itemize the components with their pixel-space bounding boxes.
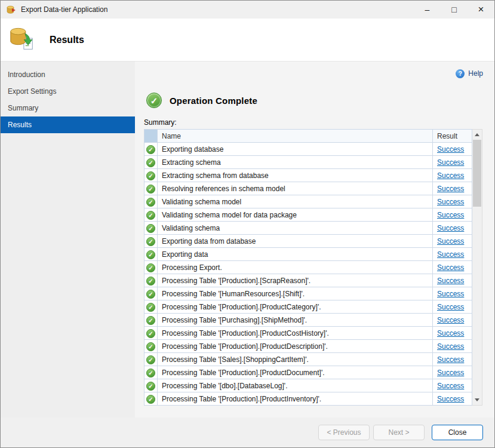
table-row[interactable]: Exporting dataSuccess [144,248,472,261]
result-link[interactable]: Success [437,250,464,259]
table-row[interactable]: Processing Table '[Purchasing].[ShipMeth… [144,314,472,327]
table-row[interactable]: Processing Export.Success [144,261,472,274]
result-link[interactable]: Success [437,290,464,298]
success-check-icon [146,277,155,286]
table-row[interactable]: Validating schema modelSuccess [144,195,472,208]
name-column-header[interactable]: Name [158,130,433,143]
result-link[interactable]: Success [437,382,464,390]
result-link[interactable]: Success [437,237,464,246]
row-result-cell: Success [433,274,472,287]
result-link[interactable]: Success [437,211,464,219]
table-row[interactable]: Processing Table '[Production].[ProductC… [144,300,472,314]
row-result-cell: Success [433,156,472,169]
row-icon-cell [144,379,158,392]
operation-status-title: Operation Complete [170,96,257,106]
result-link[interactable]: Success [437,198,464,206]
success-check-icon [146,355,155,364]
success-check-icon [146,369,155,378]
scrollbar-track[interactable] [472,140,482,395]
wizard-banner: Results [1,19,494,62]
row-icon-cell [144,208,158,222]
previous-button[interactable]: < Previous [318,425,370,440]
table-row[interactable]: Processing Table '[Production].[ProductC… [144,327,472,340]
result-link[interactable]: Success [437,171,464,180]
table-row[interactable]: Exporting databaseSuccess [144,143,472,156]
table-row[interactable]: Processing Table '[Production].[ProductD… [144,366,472,379]
table-row[interactable]: Processing Table '[Production].[ProductD… [144,340,472,353]
result-link[interactable]: Success [437,342,464,351]
result-link[interactable]: Success [437,145,464,154]
table-row[interactable]: Processing Table '[Production].[ScrapRea… [144,274,472,287]
help-icon: ? [456,69,465,78]
result-link[interactable]: Success [437,369,464,377]
success-check-icon [146,185,155,194]
row-result-cell: Success [433,235,472,248]
row-icon-cell [144,274,158,287]
row-icon-cell [144,366,158,379]
result-link[interactable]: Success [437,355,464,364]
result-column-header[interactable]: Result [433,130,472,143]
scroll-down-button[interactable] [472,395,482,405]
wizard-footer: < Previous Next > Close [1,418,494,447]
row-icon-cell [144,261,158,274]
success-check-icon [146,382,155,391]
table-row[interactable]: Resolving references in schema modelSucc… [144,182,472,195]
scroll-up-button[interactable] [472,130,482,140]
operation-success-icon [146,93,162,108]
row-icon-cell [144,235,158,248]
row-name: Processing Table '[Sales].[ShoppingCartI… [158,353,433,366]
titlebar: Export Data-tier Application – □ × [1,1,494,19]
row-result-cell: Success [433,261,472,274]
close-window-button[interactable]: × [468,1,494,19]
sidebar-item-summary[interactable]: Summary [1,100,135,116]
result-link[interactable]: Success [437,185,464,193]
sidebar-item-results[interactable]: Results [1,116,135,133]
result-link[interactable]: Success [437,277,464,285]
row-name: Processing Table '[Production].[ProductI… [158,392,433,406]
result-link[interactable]: Success [437,263,464,272]
table-row[interactable]: Validating schema model for data package… [144,208,472,222]
result-link[interactable]: Success [437,224,464,232]
vertical-scrollbar[interactable] [472,129,482,406]
table-header-row: Name Result [144,130,472,143]
row-name: Extracting schema from database [158,169,433,182]
row-name: Processing Table '[Purchasing].[ShipMeth… [158,314,433,327]
arrow-up-icon [475,133,479,136]
table-row[interactable]: Processing Table '[HumanResources].[Shif… [144,287,472,300]
table-row[interactable]: Exporting data from databaseSuccess [144,235,472,248]
success-check-icon [146,198,155,207]
page-title: Results [50,35,84,45]
result-link[interactable]: Success [437,316,464,324]
result-link[interactable]: Success [437,329,464,337]
row-result-cell: Success [433,195,472,208]
minimize-button[interactable]: – [414,1,441,19]
row-icon-cell [144,327,158,340]
close-button[interactable]: Close [432,425,483,440]
table-row[interactable]: Validating schemaSuccess [144,222,472,235]
maximize-button[interactable]: □ [441,1,468,19]
table-row[interactable]: Extracting schema from databaseSuccess [144,169,472,182]
row-name: Validating schema model for data package [158,208,433,222]
table-row[interactable]: Processing Table '[Production].[ProductI… [144,392,472,406]
next-button[interactable]: Next > [373,425,425,440]
row-icon-cell [144,340,158,353]
results-page: ? Help Operation Complete Summary: Name [135,62,494,418]
result-link[interactable]: Success [437,303,464,311]
help-link[interactable]: Help [468,69,483,78]
results-table-wrap: Name Result Exporting databaseSuccessExt… [144,129,483,406]
scrollbar-thumb[interactable] [473,140,481,207]
sidebar-item-introduction[interactable]: Introduction [1,66,135,83]
result-link[interactable]: Success [437,395,464,403]
success-check-icon [146,224,155,233]
row-result-cell: Success [433,222,472,235]
result-link[interactable]: Success [437,158,464,167]
row-result-cell: Success [433,327,472,340]
row-result-cell: Success [433,208,472,222]
table-row[interactable]: Processing Table '[dbo].[DatabaseLog]'.S… [144,379,472,392]
sidebar-item-export-settings[interactable]: Export Settings [1,83,135,100]
table-row[interactable]: Extracting schemaSuccess [144,156,472,169]
table-row[interactable]: Processing Table '[Sales].[ShoppingCartI… [144,353,472,366]
summary-label: Summary: [144,118,483,127]
results-table: Name Result Exporting databaseSuccessExt… [144,129,472,406]
row-name: Processing Table '[Production].[ProductC… [158,300,433,314]
